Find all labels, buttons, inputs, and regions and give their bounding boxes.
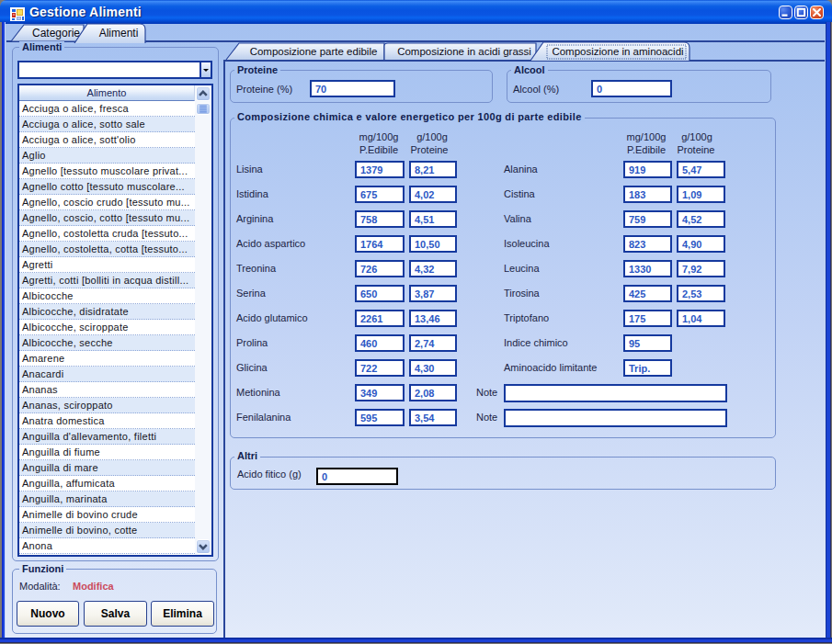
svg-text:Composizione in acidi grassi: Composizione in acidi grassi [397, 46, 531, 57]
svg-text:Composizione in aminoacidi: Composizione in aminoacidi [552, 46, 683, 57]
svg-text:Categorie: Categorie [32, 27, 80, 40]
svg-text:Composizione parte edibile: Composizione parte edibile [250, 46, 378, 57]
svg-text:Alimenti: Alimenti [99, 27, 139, 40]
